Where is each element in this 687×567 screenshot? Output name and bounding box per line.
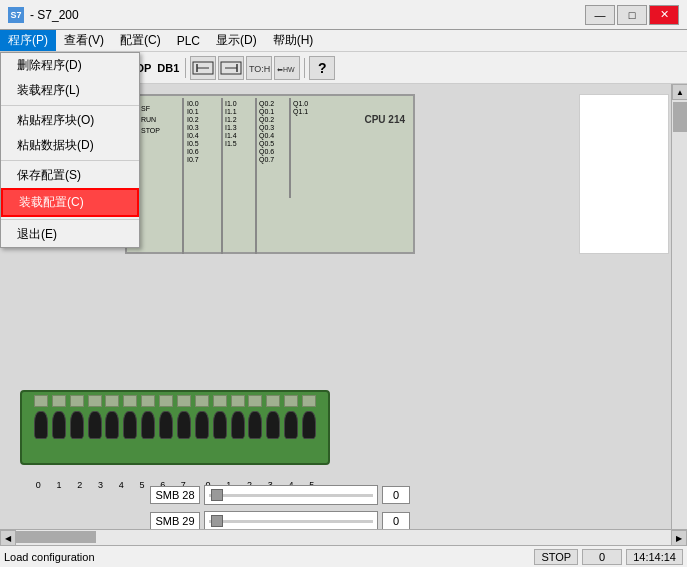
terminal-8 xyxy=(159,395,173,407)
smb-29-value: 0 xyxy=(382,512,410,530)
status-time: 14:14:14 xyxy=(626,549,683,565)
divider-4 xyxy=(289,98,291,198)
smb-29-row: SMB 29 0 xyxy=(150,511,410,531)
terminal-6 xyxy=(123,395,137,407)
toolbar-output-btn[interactable] xyxy=(218,56,244,80)
dropdown-save-config[interactable]: 保存配置(S) xyxy=(1,163,139,188)
vertical-scrollbar[interactable]: ▲ ▼ xyxy=(671,84,687,545)
dropdown-paste-data[interactable]: 粘贴数据块(D) xyxy=(1,133,139,158)
pin-9 xyxy=(177,411,191,439)
status-mode: STOP xyxy=(534,549,578,565)
terminal-11 xyxy=(213,395,227,407)
pin-14 xyxy=(266,411,280,439)
terminal-2 xyxy=(52,395,66,407)
smb-29-slider[interactable] xyxy=(204,511,378,531)
dropdown-exit[interactable]: 退出(E) xyxy=(1,222,139,247)
menu-item-display[interactable]: 显示(D) xyxy=(208,30,265,51)
separator-3 xyxy=(1,219,139,220)
smb-28-row: SMB 28 0 xyxy=(150,485,410,505)
menu-item-config[interactable]: 配置(C) xyxy=(112,30,169,51)
cpu-white-area xyxy=(579,94,669,254)
toolbar-sep-3 xyxy=(304,58,305,78)
smb-28-slider[interactable] xyxy=(204,485,378,505)
terminal-7 xyxy=(141,395,155,407)
terminal-15 xyxy=(284,395,298,407)
toolbar-input-btn[interactable] xyxy=(190,56,216,80)
terminal-4 xyxy=(88,395,102,407)
dropdown-paste-block[interactable]: 粘贴程序块(O) xyxy=(1,108,139,133)
separator-2 xyxy=(1,160,139,161)
pin-15 xyxy=(284,411,298,439)
maximize-button[interactable]: □ xyxy=(617,5,647,25)
terminal-9 xyxy=(177,395,191,407)
dropdown-load-config[interactable]: 装载配置(C) xyxy=(1,188,139,217)
menu-item-plc[interactable]: PLC xyxy=(169,30,208,51)
terminal-12 xyxy=(231,395,245,407)
smb-29-thumb[interactable] xyxy=(211,515,223,527)
pin-10 xyxy=(195,411,209,439)
terminal-5 xyxy=(105,395,119,407)
pin-2 xyxy=(52,411,66,439)
pin-4 xyxy=(88,411,102,439)
connector-board xyxy=(20,390,330,465)
pin-12 xyxy=(231,411,245,439)
pin-8 xyxy=(159,411,173,439)
output-column-0: Q0.2 Q0.1 Q0.2 Q0.3 Q0.4 Q0.5 Q0.6 Q0.7 xyxy=(259,100,274,163)
smb-28-label: SMB 28 xyxy=(150,486,200,504)
menu-item-view[interactable]: 查看(V) xyxy=(56,30,112,51)
scroll-left-btn[interactable]: ◀ xyxy=(0,530,16,546)
pin-7 xyxy=(141,411,155,439)
pin-1 xyxy=(34,411,48,439)
dropdown-delete-program[interactable]: 删除程序(D) xyxy=(1,53,139,78)
toolbar-sep-2 xyxy=(185,58,186,78)
title-bar: S7 - S7_200 — □ ✕ xyxy=(0,0,687,30)
scroll-thumb[interactable] xyxy=(673,102,687,132)
pin-6 xyxy=(123,411,137,439)
app-icon: S7 xyxy=(8,7,24,23)
toolbar-db1-label[interactable]: DB1 xyxy=(155,62,181,74)
svg-text:⬅HW: ⬅HW xyxy=(277,66,295,73)
terminal-14 xyxy=(266,395,280,407)
toolbar-transfer-btn[interactable]: TO:HW xyxy=(246,56,272,80)
horizontal-scrollbar[interactable]: ◀ ▶ xyxy=(0,529,687,545)
smb-28-thumb[interactable] xyxy=(211,489,223,501)
terminal-16 xyxy=(302,395,316,407)
smb-28-value: 0 xyxy=(382,486,410,504)
dropdown-load-program[interactable]: 装载程序(L) xyxy=(1,78,139,103)
svg-text:TO:HW: TO:HW xyxy=(249,64,270,74)
pin-13 xyxy=(248,411,262,439)
minimize-button[interactable]: — xyxy=(585,5,615,25)
scroll-thumb-h[interactable] xyxy=(16,531,96,543)
pin-16 xyxy=(302,411,316,439)
smb-29-track xyxy=(209,520,373,523)
program-dropdown: 删除程序(D) 装载程序(L) 粘贴程序块(O) 粘贴数据块(D) 保存配置(S… xyxy=(0,52,140,248)
status-text: Load configuration xyxy=(4,551,530,563)
scroll-up-btn[interactable]: ▲ xyxy=(672,84,687,100)
window-controls: — □ ✕ xyxy=(585,5,679,25)
menu-item-help[interactable]: 帮助(H) xyxy=(265,30,322,51)
toolbar-help-btn[interactable]: ? xyxy=(309,56,335,80)
cpu-model-label: CPU 214 xyxy=(364,114,405,125)
close-button[interactable]: ✕ xyxy=(649,5,679,25)
divider-3 xyxy=(255,98,257,254)
menu-bar: 程序(P) 查看(V) 配置(C) PLC 显示(D) 帮助(H) 删除程序(D… xyxy=(0,30,687,52)
pin-5 xyxy=(105,411,119,439)
separator-1 xyxy=(1,105,139,106)
smb-29-label: SMB 29 xyxy=(150,512,200,530)
terminal-1 xyxy=(34,395,48,407)
scroll-right-btn[interactable]: ▶ xyxy=(671,530,687,546)
scroll-track-h xyxy=(16,530,671,545)
terminal-13 xyxy=(248,395,262,407)
divider-2 xyxy=(221,98,223,254)
smb-28-track xyxy=(209,494,373,497)
status-bar: Load configuration STOP 0 14:14:14 xyxy=(0,545,687,567)
title-text: - S7_200 xyxy=(30,8,79,22)
input-column-0: I0.0 I0.1 I0.2 I0.3 I0.4 I0.5 I0.6 I0.7 xyxy=(187,100,199,163)
toolbar-fromhw-btn[interactable]: ⬅HW xyxy=(274,56,300,80)
pin-11 xyxy=(213,411,227,439)
status-value: 0 xyxy=(582,549,622,565)
pin-3 xyxy=(70,411,84,439)
output-column-1: Q1.0 Q1.1 xyxy=(293,100,308,115)
menu-item-program[interactable]: 程序(P) xyxy=(0,30,56,51)
terminal-3 xyxy=(70,395,84,407)
